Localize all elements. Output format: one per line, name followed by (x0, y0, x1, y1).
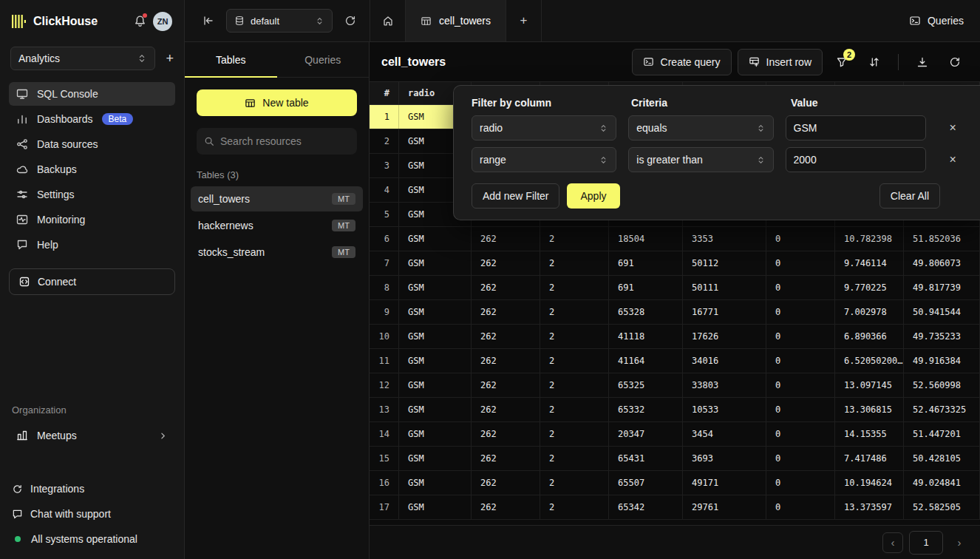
table-row[interactable]: 16GSM26226550749171010.19462449.024841 (370, 471, 980, 495)
table-cell: 50112 (683, 251, 766, 275)
sidebar-item-monitoring[interactable]: Monitoring (9, 208, 175, 231)
table-row[interactable]: 17GSM26226534229761013.37359752.582505 (370, 495, 980, 520)
table-list-item-hackernews[interactable]: hackernewsMT (191, 213, 363, 238)
sidebar-item-meetups[interactable]: Meetups (9, 423, 175, 448)
table-cell: 262 (472, 300, 540, 324)
tab-strip: cell_towers + Queries (370, 0, 980, 41)
remove-filter-button[interactable]: × (944, 118, 962, 138)
table-row[interactable]: 9GSM2622653281677107.00297850.941544 (370, 300, 980, 325)
filter-button[interactable]: 2 (828, 49, 855, 75)
row-number: 14 (370, 422, 399, 446)
apply-filters-button[interactable]: Apply (567, 183, 619, 209)
sort-button[interactable] (861, 49, 888, 75)
table-cell: 50111 (683, 276, 766, 299)
table-cell: 7.002978 (835, 300, 904, 324)
tab-home[interactable] (370, 0, 406, 41)
table-row[interactable]: 14GSM2622203473454014.1535551.447201 (370, 422, 980, 447)
filter-column-select[interactable]: radio (472, 115, 616, 140)
toolbar-divider (898, 54, 899, 70)
table-cell: 2 (540, 227, 609, 251)
monitoring-icon (16, 214, 28, 226)
remove-filter-button[interactable]: × (944, 150, 962, 169)
filter-row: rangeis greater than× (472, 147, 962, 172)
database-select[interactable]: default (226, 9, 333, 33)
new-table-button[interactable]: New table (197, 89, 357, 116)
sidebar-item-label: Chat with support (30, 508, 111, 520)
table-cell: 41164 (609, 349, 683, 373)
table-cell: 9.746114 (835, 251, 904, 275)
refresh-table-button[interactable] (942, 49, 968, 75)
next-page-button[interactable]: › (949, 532, 970, 553)
sidebar-item-help[interactable]: Help (9, 233, 175, 257)
avatar[interactable]: ZN (153, 12, 172, 31)
sidebar-item-dashboards[interactable]: DashboardsBeta (9, 107, 175, 131)
table-row[interactable]: 15GSM262265431369307.41748650.428105 (370, 447, 980, 471)
table-row[interactable]: 11GSM2622411643401606.52050200…49.916384 (370, 349, 980, 373)
table-cell: GSM (399, 398, 472, 421)
sidebar-item-backups[interactable]: Backups (9, 157, 175, 181)
queries-icon (909, 15, 921, 27)
table-cell: GSM (399, 349, 472, 373)
prev-page-button[interactable]: ‹ (882, 532, 903, 553)
filter-column-select[interactable]: range (472, 147, 616, 172)
table-cell: 691 (609, 251, 683, 275)
sidebar-item-settings[interactable]: Settings (9, 183, 175, 206)
table-cell: 65325 (609, 373, 683, 397)
filter-criteria-select[interactable]: equals (628, 115, 773, 140)
table-type-badge: MT (332, 220, 355, 231)
sidebar-item-chat-with-support[interactable]: Chat with support (9, 504, 175, 524)
column-header[interactable]: # (370, 82, 399, 104)
create-query-label: Create query (661, 56, 721, 68)
panel-tab-tables[interactable]: Tables (185, 42, 277, 77)
row-number: 11 (370, 349, 399, 373)
sidebar-item-integrations[interactable]: Integrations (9, 479, 175, 498)
add-filter-button[interactable]: Add new Filter (472, 183, 559, 209)
sidebar-header: ClickHouse ZN (9, 0, 175, 42)
panel-tab-queries[interactable]: Queries (277, 42, 370, 77)
table-cell: 262 (472, 373, 540, 397)
table-row[interactable]: 6GSM2622185043353010.78239851.852036 (370, 227, 980, 251)
table-row[interactable]: 7GSM26226915011209.74611449.806073 (370, 251, 980, 276)
filter-criteria-select[interactable]: is greater than (628, 147, 773, 172)
table-type-badge: MT (332, 193, 355, 205)
table-cell: 41118 (609, 325, 683, 348)
table-type-badge: MT (332, 246, 355, 258)
sidebar-item-all-systems-operational[interactable]: All systems operational (9, 529, 175, 549)
table-list-item-cell-towers[interactable]: cell_towersMT (191, 186, 363, 211)
sidebar-item-data-sources[interactable]: Data sources (9, 132, 175, 156)
table-row[interactable]: 12GSM26226532533803013.09714552.560998 (370, 373, 980, 398)
sidebar-item-label: Integrations (30, 483, 84, 495)
workspace-select[interactable]: Analytics (10, 47, 155, 70)
table-cell: 2 (540, 471, 609, 495)
filter-value-input[interactable] (786, 147, 926, 172)
queries-button[interactable]: Queries (893, 0, 980, 41)
new-tab-button[interactable]: + (506, 0, 542, 41)
sidebar-item-label: Data sources (37, 138, 98, 150)
connect-button[interactable]: Connect (9, 268, 175, 295)
download-button[interactable] (909, 49, 936, 75)
table-cell: 0 (766, 227, 835, 251)
backups-icon (16, 163, 28, 175)
table-cell: 2 (540, 300, 609, 324)
tab-cell-towers[interactable]: cell_towers (406, 0, 506, 41)
table-row[interactable]: 10GSM2622411181762606.89036649.735233 (370, 325, 980, 349)
clear-all-filters-button[interactable]: Clear All (879, 183, 940, 209)
meetups-icon (16, 430, 28, 441)
table-cell: 10.194624 (835, 471, 904, 495)
refresh-database-button[interactable] (344, 15, 356, 27)
sidebar-item-sql-console[interactable]: SQL Console (9, 82, 175, 106)
table-list-item-stocks-stream[interactable]: stocks_streamMT (191, 240, 363, 265)
search-input[interactable] (220, 135, 350, 147)
add-workspace-button[interactable]: + (166, 52, 174, 65)
table-row[interactable]: 13GSM26226533210533013.30681552.4673325 (370, 398, 980, 422)
sidebar-item-label: Dashboards (37, 113, 93, 125)
insert-row-button[interactable]: Insert row (738, 49, 823, 75)
sidebar-item-label: All systems operational (31, 533, 137, 545)
collapse-panel-button[interactable] (203, 15, 214, 27)
create-query-button[interactable]: Create query (632, 49, 732, 75)
filter-value-input[interactable] (786, 115, 926, 140)
table-row[interactable]: 8GSM26226915011109.77022549.817739 (370, 276, 980, 300)
tab-label: cell_towers (439, 15, 491, 27)
grid-icon (245, 98, 256, 109)
notifications-bell-icon[interactable] (134, 15, 146, 27)
